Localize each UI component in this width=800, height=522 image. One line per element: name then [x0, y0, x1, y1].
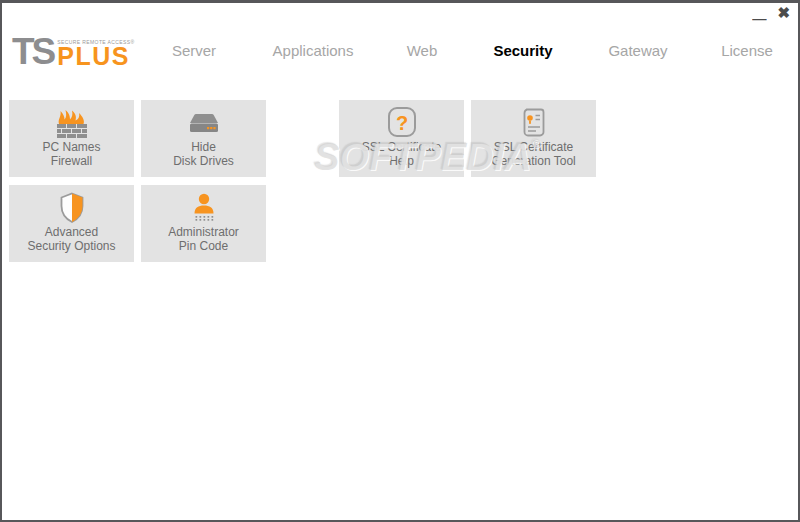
tile-label: Hide [141, 140, 266, 154]
tile-label: SSL Certificate [339, 140, 464, 154]
tile-label: Disk Drives [141, 154, 266, 168]
disk-drive-icon [141, 100, 266, 140]
tile-label: Advanced [9, 225, 134, 239]
tile-advanced-security-options[interactable]: Advanced Security Options [9, 185, 134, 262]
tab-license[interactable]: License [721, 42, 773, 59]
svg-text:?: ? [395, 112, 407, 134]
ssl-certificate-help-icon: ? [339, 100, 464, 140]
tile-ssl-certificate-generation-tool[interactable]: SSL Certificate Generation Tool [471, 100, 596, 177]
tab-server[interactable]: Server [172, 42, 216, 59]
tile-label: SSL Certificate [471, 140, 596, 154]
tile-pc-names-firewall[interactable]: PC Names Firewall [9, 100, 134, 177]
tile-label: Help [339, 154, 464, 168]
tab-gateway[interactable]: Gateway [608, 42, 667, 59]
tile-label: Pin Code [141, 239, 266, 253]
main-nav: Server Applications Web Security Gateway… [2, 3, 798, 83]
tsplus-admin-window: — ✖ TS SECURE REMOTE ACCESS® PLUS Server… [0, 0, 800, 522]
tile-ssl-certificate-help[interactable]: ? SSL Certificate Help [339, 100, 464, 177]
tile-administrator-pin-code[interactable]: Administrator Pin Code [141, 185, 266, 262]
tile-label: PC Names [9, 140, 134, 154]
tile-hide-disk-drives[interactable]: Hide Disk Drives [141, 100, 266, 177]
tile-label: Generation Tool [471, 154, 596, 168]
tab-security[interactable]: Security [493, 42, 552, 59]
tab-web[interactable]: Web [407, 42, 438, 59]
tile-label: Administrator [141, 225, 266, 239]
tile-label: Firewall [9, 154, 134, 168]
security-tile-grid: PC Names Firewall Hide Disk Drives [9, 100, 795, 262]
firewall-icon [9, 100, 134, 140]
tile-label: Security Options [9, 239, 134, 253]
tab-applications[interactable]: Applications [273, 42, 354, 59]
administrator-pin-icon [141, 185, 266, 225]
ssl-certificate-generation-icon [471, 100, 596, 140]
shield-icon [9, 185, 134, 225]
